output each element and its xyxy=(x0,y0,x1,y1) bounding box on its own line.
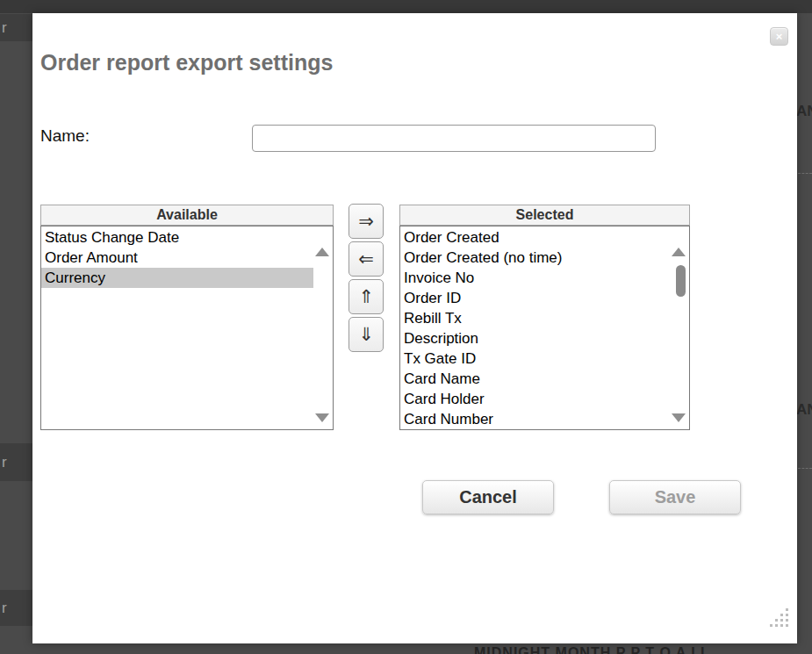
background-text-fragment: AN xyxy=(796,401,812,417)
background-button-fragment: r xyxy=(0,590,32,626)
export-settings-dialog: × Order report export settings Name: Ava… xyxy=(32,13,797,643)
list-item[interactable]: Card Name xyxy=(400,369,670,389)
list-item[interactable]: Currency xyxy=(41,268,313,288)
move-down-arrow-icon: ⇓ xyxy=(358,324,374,345)
close-icon[interactable]: × xyxy=(770,27,788,46)
selected-list-items: Order CreatedOrder Created (no time)Invo… xyxy=(400,227,689,429)
available-list[interactable]: Status Change DateOrder AmountCurrency xyxy=(40,226,334,430)
dialog-title: Order report export settings xyxy=(40,50,333,75)
move-down-button[interactable]: ⇓ xyxy=(349,317,384,352)
list-item[interactable]: Order ID xyxy=(400,288,670,308)
background-dashed-line xyxy=(798,468,812,469)
background-button-fragment-label: r xyxy=(2,600,7,617)
background-button-fragment-label: r xyxy=(2,19,7,37)
scroll-up-icon[interactable] xyxy=(315,248,329,256)
list-item[interactable]: Card Number xyxy=(400,409,670,429)
list-item[interactable]: Card Holder xyxy=(400,389,670,409)
transfer-button-column: ⇒⇐⇑⇓ xyxy=(349,204,384,355)
list-item[interactable]: Order Created xyxy=(400,227,670,248)
scroll-down-icon[interactable] xyxy=(315,413,329,422)
scrollbar-thumb[interactable] xyxy=(676,265,686,297)
background-clipped-text: MIDNIGHT MONTH P P T O A LI xyxy=(474,645,764,654)
background-button-fragment-label: r xyxy=(2,454,7,471)
selected-list[interactable]: Order CreatedOrder Created (no time)Invo… xyxy=(399,226,690,430)
move-up-button[interactable]: ⇑ xyxy=(349,279,384,314)
move-to-available-button[interactable]: ⇐ xyxy=(349,241,384,277)
resize-grip-icon[interactable] xyxy=(770,608,791,629)
scroll-down-icon[interactable] xyxy=(672,413,686,422)
list-item[interactable]: Tx Gate ID xyxy=(400,349,670,369)
move-to-selected-button[interactable]: ⇒ xyxy=(349,204,384,239)
list-item[interactable]: Order Amount xyxy=(41,248,313,268)
move-to-available-arrow-icon: ⇐ xyxy=(358,248,374,270)
background-button-fragment: r xyxy=(0,14,32,41)
list-item[interactable]: Rebill Tx xyxy=(400,308,670,328)
scroll-up-icon[interactable] xyxy=(672,248,686,256)
list-item[interactable]: Status Change Date xyxy=(41,227,313,248)
move-to-selected-arrow-icon: ⇒ xyxy=(358,211,374,232)
cancel-button[interactable]: Cancel xyxy=(422,480,554,514)
background-button-fragment: r xyxy=(0,443,32,481)
list-item[interactable]: Description xyxy=(400,328,670,349)
available-list-items: Status Change DateOrder AmountCurrency xyxy=(41,227,333,288)
name-input[interactable] xyxy=(252,125,656,152)
background-text-fragment: AN xyxy=(796,103,812,119)
dimmed-top-bar xyxy=(0,0,812,13)
name-label: Name: xyxy=(40,126,90,146)
available-list-header: Available xyxy=(40,205,334,226)
background-dashed-line xyxy=(798,173,812,174)
move-up-arrow-icon: ⇑ xyxy=(358,286,374,307)
list-item[interactable]: Order Created (no time) xyxy=(400,248,670,268)
selected-list-header: Selected xyxy=(399,205,690,226)
save-button[interactable]: Save xyxy=(609,480,741,514)
list-item[interactable]: Invoice No xyxy=(400,268,670,288)
